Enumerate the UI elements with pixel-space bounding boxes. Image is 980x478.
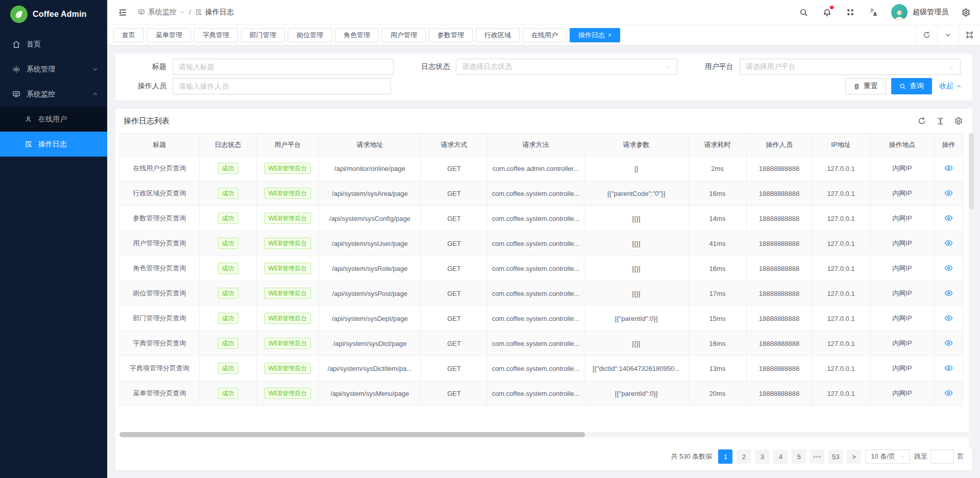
refresh-icon[interactable]	[916, 25, 937, 45]
chevron-down-icon	[180, 10, 185, 15]
view-detail-eye-icon[interactable]	[944, 288, 954, 298]
title-input[interactable]	[173, 59, 394, 75]
cell-action	[935, 256, 963, 281]
cell-title: 在线用户分页查询	[120, 156, 200, 181]
tab[interactable]: 角色管理	[335, 28, 379, 42]
chevron-down-icon[interactable]	[937, 25, 959, 45]
table-column-header[interactable]: 请求方式	[421, 134, 487, 156]
collapse-toggle[interactable]: 收起	[939, 82, 962, 91]
tab[interactable]: 部门管理	[241, 28, 285, 42]
pagination-page-button[interactable]: 5	[792, 449, 806, 464]
fullscreen-icon[interactable]	[844, 6, 856, 18]
pagination-page-button[interactable]: 4	[773, 449, 788, 464]
cell-request-params: [{"parentCode":"0"}]	[584, 181, 689, 206]
tab[interactable]: 行政区域	[476, 28, 520, 42]
tab[interactable]: 操作日志 ×	[570, 28, 620, 42]
pagination-page-button[interactable]: •••	[810, 449, 824, 464]
sidebar-item-system-management[interactable]: 系统管理	[0, 57, 107, 82]
page-size-select[interactable]: 10 条/页	[865, 449, 910, 464]
search-button[interactable]: 查询	[891, 78, 932, 94]
table-column-header[interactable]: 操作人员	[747, 134, 812, 156]
table-column-header[interactable]: 操作	[935, 134, 963, 156]
pagination-page-button[interactable]: 1	[718, 449, 732, 464]
pagination-page-button[interactable]: 2	[737, 449, 751, 464]
user-avatar[interactable]	[891, 4, 908, 20]
search-icon[interactable]	[797, 6, 810, 18]
view-detail-eye-icon[interactable]	[944, 163, 954, 173]
sidebar-submenu-monitor: 在线用户 操作日志	[0, 107, 107, 157]
view-detail-eye-icon[interactable]	[944, 263, 954, 273]
filter-title-label: 标题	[124, 62, 173, 71]
view-detail-eye-icon[interactable]	[944, 188, 954, 198]
pagination-next-button[interactable]: >	[847, 449, 861, 464]
table-row: 字典项管理分页查询 成功 WEB管理后台 /api/system/sysDict…	[120, 356, 963, 381]
settings-gear-icon[interactable]	[960, 6, 972, 18]
cell-location: 内网IP	[870, 381, 935, 406]
table-column-header[interactable]: IP地址	[812, 134, 870, 156]
sidebar-item-home[interactable]: 首页	[0, 32, 107, 57]
operation-log-table: 标题日志状态用户平台请求地址请求方式请求方法请求参数请求耗时操作人员IP地址操作…	[119, 133, 963, 406]
tab[interactable]: 字典管理	[194, 28, 238, 42]
view-detail-eye-icon[interactable]	[944, 213, 954, 223]
cell-status: 成功	[200, 256, 257, 281]
logo[interactable]: Coffee Admin	[0, 0, 107, 29]
platform-select[interactable]: 请选择用户平台	[740, 59, 961, 75]
breadcrumb-item-monitor[interactable]: 系统监控	[138, 8, 185, 17]
notification-bell-icon[interactable]	[821, 6, 833, 18]
tab[interactable]: 在线用户	[523, 28, 567, 42]
view-detail-eye-icon[interactable]	[944, 388, 954, 398]
row-height-icon[interactable]	[935, 116, 945, 126]
table-column-header[interactable]: 请求方法	[487, 134, 584, 156]
cell-request-params: []	[584, 156, 689, 181]
cell-operator: 18888888888	[747, 331, 812, 356]
cell-status: 成功	[200, 331, 257, 356]
table-column-header[interactable]: 标题	[120, 134, 200, 156]
pagination-page-button[interactable]: 3	[755, 449, 769, 464]
operator-input[interactable]	[173, 78, 391, 94]
cell-action	[935, 156, 963, 181]
table-column-header[interactable]: 日志状态	[200, 134, 257, 156]
breadcrumb: 系统监控 / 操作日志	[138, 8, 234, 17]
tab-close-icon[interactable]: ×	[608, 32, 611, 38]
tab[interactable]: 参数管理	[429, 28, 473, 42]
vertical-scrollbar-thumb[interactable]	[969, 133, 974, 210]
tab[interactable]: 岗位管理	[288, 28, 332, 42]
tab[interactable]: 用户管理	[382, 28, 426, 42]
tab[interactable]: 菜单管理	[147, 28, 191, 42]
cell-status: 成功	[200, 181, 257, 206]
view-detail-eye-icon[interactable]	[944, 363, 954, 373]
view-detail-eye-icon[interactable]	[944, 338, 954, 348]
platform-tag: WEB管理后台	[264, 263, 311, 274]
horizontal-scrollbar[interactable]	[119, 432, 971, 437]
view-detail-eye-icon[interactable]	[944, 238, 954, 248]
horizontal-scrollbar-thumb[interactable]	[119, 432, 585, 437]
table-column-header[interactable]: 请求地址	[319, 134, 421, 156]
maximize-icon[interactable]	[959, 25, 980, 45]
cell-title: 角色管理分页查询	[120, 256, 200, 281]
app-root: Coffee Admin 首页 系统管理 系统监控 在线用户	[0, 0, 980, 478]
cell-operator: 18888888888	[747, 306, 812, 331]
translate-icon[interactable]: 文A	[868, 6, 880, 18]
table-refresh-icon[interactable]	[917, 116, 927, 126]
table-column-header[interactable]: 操作地点	[870, 134, 935, 156]
reset-button[interactable]: 重置	[845, 78, 886, 94]
table-column-header[interactable]: 请求参数	[584, 134, 689, 156]
table-column-header[interactable]: 用户平台	[257, 134, 319, 156]
status-select[interactable]: 请选择日志状态	[456, 59, 677, 75]
table-zone: 标题日志状态用户平台请求地址请求方式请求方法请求参数请求耗时操作人员IP地址操作…	[115, 133, 972, 470]
sidebar-item-online-users[interactable]: 在线用户	[0, 107, 107, 132]
view-detail-eye-icon[interactable]	[944, 313, 954, 323]
trash-icon	[853, 83, 860, 90]
vertical-scrollbar[interactable]	[969, 133, 974, 449]
table-column-header[interactable]: 请求耗时	[689, 134, 747, 156]
sidebar-item-operation-log[interactable]: 操作日志	[0, 132, 107, 157]
pagination-page-button[interactable]: 53	[828, 449, 843, 464]
coffee-leaf-logo-icon	[10, 6, 28, 23]
column-settings-gear-icon[interactable]	[953, 116, 964, 126]
jump-page-input[interactable]	[930, 449, 954, 464]
user-name[interactable]: 超级管理员	[913, 8, 948, 17]
sidebar-item-system-monitor[interactable]: 系统监控	[0, 82, 107, 107]
tab[interactable]: 首页	[113, 28, 144, 42]
sidebar-fold-icon[interactable]	[115, 5, 130, 19]
cell-action	[935, 181, 963, 206]
